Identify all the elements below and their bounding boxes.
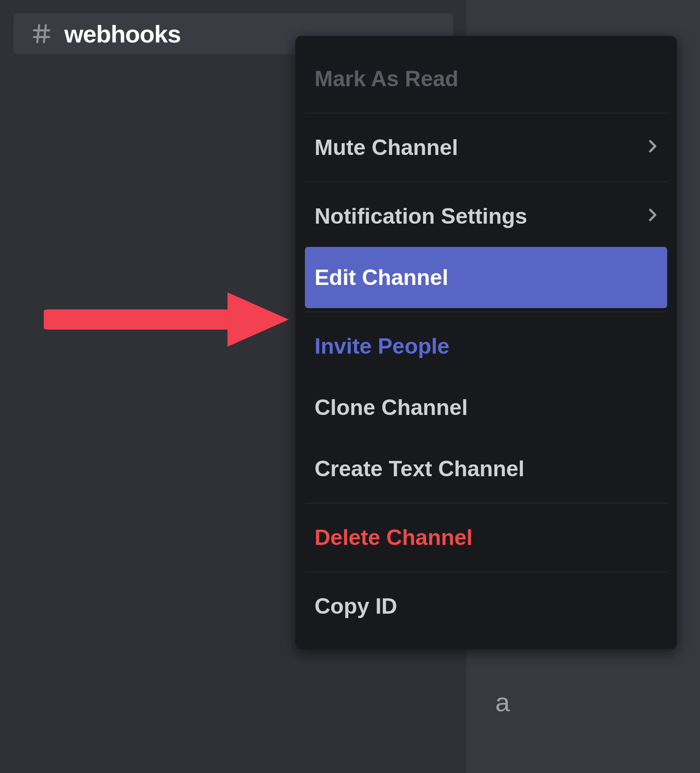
menu-separator xyxy=(305,572,667,572)
menu-item-edit-channel[interactable]: Edit Channel xyxy=(305,247,667,308)
menu-item-delete-channel[interactable]: Delete Channel xyxy=(295,507,677,568)
svg-line-3 xyxy=(44,25,46,42)
menu-item-label: Edit Channel xyxy=(315,265,448,290)
menu-item-label: Create Text Channel xyxy=(315,456,525,481)
menu-item-clone-channel[interactable]: Clone Channel xyxy=(295,377,677,438)
channel-name-label: webhooks xyxy=(64,20,181,48)
menu-item-label: Invite People xyxy=(315,334,449,359)
menu-item-invite-people[interactable]: Invite People xyxy=(295,316,677,377)
menu-item-notification-settings[interactable]: Notification Settings xyxy=(295,186,677,247)
channel-context-menu: Mark As Read Mute Channel Notification S… xyxy=(295,36,677,649)
chat-subtext-fragment: a xyxy=(495,687,510,717)
menu-item-mark-as-read: Mark As Read xyxy=(295,48,677,109)
menu-separator xyxy=(305,113,667,113)
hash-icon xyxy=(28,22,55,45)
menu-item-label: Mute Channel xyxy=(315,135,458,160)
menu-separator xyxy=(305,312,667,312)
menu-separator xyxy=(305,503,667,503)
menu-item-label: Clone Channel xyxy=(315,395,468,420)
menu-item-label: Notification Settings xyxy=(315,204,527,229)
menu-item-create-text-channel[interactable]: Create Text Channel xyxy=(295,438,677,499)
app-stage: a webhooks Mark As Read Mute Channel Not… xyxy=(0,0,700,773)
chevron-right-icon xyxy=(644,135,661,160)
menu-item-mute-channel[interactable]: Mute Channel xyxy=(295,117,677,178)
menu-item-label: Mark As Read xyxy=(315,66,458,91)
chevron-right-icon xyxy=(644,204,661,229)
menu-separator xyxy=(305,182,667,182)
menu-item-copy-id[interactable]: Copy ID xyxy=(295,576,677,637)
svg-line-2 xyxy=(37,25,39,42)
menu-item-label: Delete Channel xyxy=(315,525,472,550)
menu-item-label: Copy ID xyxy=(315,594,397,619)
